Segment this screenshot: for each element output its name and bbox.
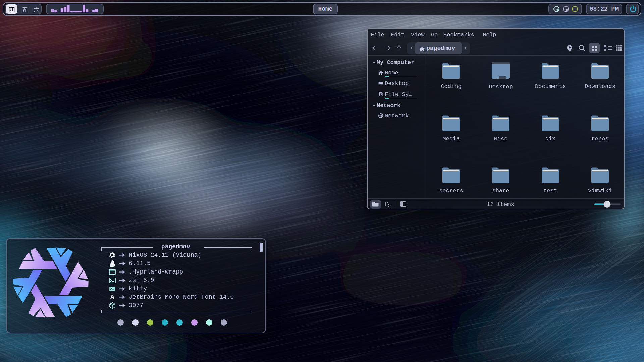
- svg-text:12 items: 12 items: [487, 201, 514, 208]
